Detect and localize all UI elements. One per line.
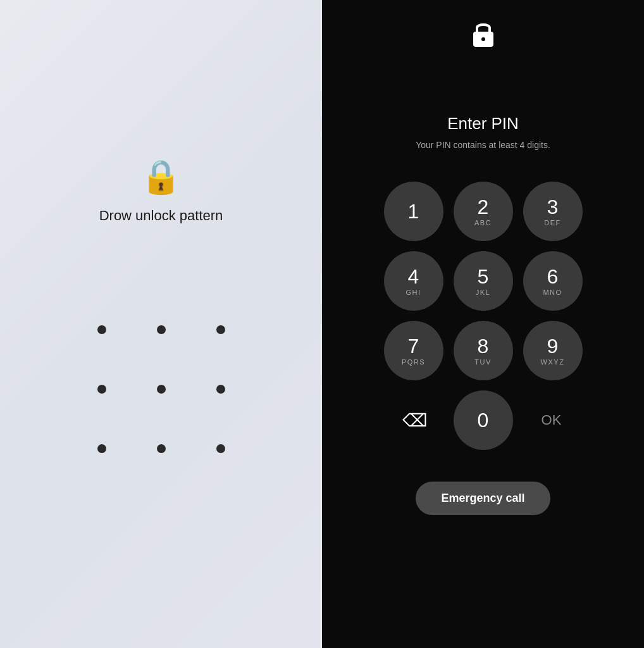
backspace-button[interactable]: ⌫ — [385, 390, 445, 450]
numpad-key-2-sub: ABC — [474, 219, 492, 227]
numpad-key-6-sub: MNO — [543, 289, 562, 296]
numpad-key-9[interactable]: 9 WXYZ — [523, 321, 583, 380]
numpad-key-7-sub: PQRS — [402, 358, 425, 366]
bottom-row: ⌫ 0 OK — [385, 390, 581, 450]
pin-lock-panel: Enter PIN Your PIN contains at least 4 d… — [322, 0, 644, 648]
numpad-key-9-main: 9 — [547, 336, 559, 356]
numpad-key-2[interactable]: 2 ABC — [454, 182, 513, 241]
numpad-key-4-sub: GHI — [406, 289, 421, 296]
numpad-key-0[interactable]: 0 — [454, 390, 513, 450]
numpad-key-8-main: 8 — [478, 336, 489, 356]
numpad-key-6-main: 6 — [547, 266, 559, 287]
ok-button[interactable]: OK — [522, 390, 581, 450]
numpad-key-0-main: 0 — [478, 410, 489, 430]
numpad-key-6[interactable]: 6 MNO — [523, 251, 583, 311]
numpad-key-2-main: 2 — [478, 197, 489, 217]
emergency-call-button[interactable]: Emergency call — [416, 482, 550, 515]
numpad-key-3[interactable]: 3 DEF — [523, 182, 583, 241]
emergency-call-label: Emergency call — [441, 492, 524, 504]
pin-header: Enter PIN Your PIN contains at least 4 d… — [416, 114, 550, 150]
lock-icon-left: 🔒 — [140, 158, 182, 196]
pattern-lock-panel: 🔒 Drow unlock pattern — [0, 0, 322, 648]
pattern-dot-7[interactable] — [97, 444, 106, 453]
lock-icon-right — [470, 18, 497, 52]
pattern-dot-9[interactable] — [216, 444, 225, 453]
pin-subtitle: Your PIN contains at least 4 digits. — [416, 140, 550, 150]
pattern-lock-content: 🔒 Drow unlock pattern — [97, 158, 225, 453]
svg-point-1 — [481, 37, 485, 41]
numpad-key-1[interactable]: 1 — [384, 182, 443, 241]
numpad-key-1-main: 1 — [408, 201, 419, 221]
pattern-dot-1[interactable] — [97, 325, 106, 334]
pattern-dot-4[interactable] — [97, 385, 106, 394]
numpad-key-3-sub: DEF — [544, 219, 561, 227]
pattern-dot-8[interactable] — [157, 444, 166, 453]
numpad-key-7[interactable]: 7 PQRS — [384, 321, 443, 380]
backspace-icon: ⌫ — [402, 410, 428, 431]
numpad-key-8-sub: TUV — [474, 358, 492, 366]
numpad-key-7-main: 7 — [408, 336, 419, 356]
numpad-key-5-main: 5 — [478, 266, 489, 287]
numpad-key-9-sub: WXYZ — [541, 358, 565, 366]
numpad: 1 2 ABC 3 DEF 4 GHI 5 JKL 6 MNO 7 PQRS 8 — [384, 182, 583, 380]
pattern-dot-2[interactable] — [157, 325, 166, 334]
pattern-dot-5[interactable] — [157, 385, 166, 394]
numpad-key-4[interactable]: 4 GHI — [384, 251, 443, 311]
enter-pin-title: Enter PIN — [447, 114, 519, 134]
pattern-dot-grid[interactable] — [97, 325, 225, 453]
numpad-key-5-sub: JKL — [476, 289, 490, 296]
numpad-key-8[interactable]: 8 TUV — [454, 321, 513, 380]
unlock-pattern-title: Drow unlock pattern — [99, 208, 223, 224]
numpad-key-3-main: 3 — [547, 197, 559, 217]
pattern-dot-6[interactable] — [216, 385, 225, 394]
numpad-key-5[interactable]: 5 JKL — [454, 251, 513, 311]
numpad-key-4-main: 4 — [408, 266, 419, 287]
pattern-dot-3[interactable] — [216, 325, 225, 334]
ok-label: OK — [542, 412, 562, 428]
